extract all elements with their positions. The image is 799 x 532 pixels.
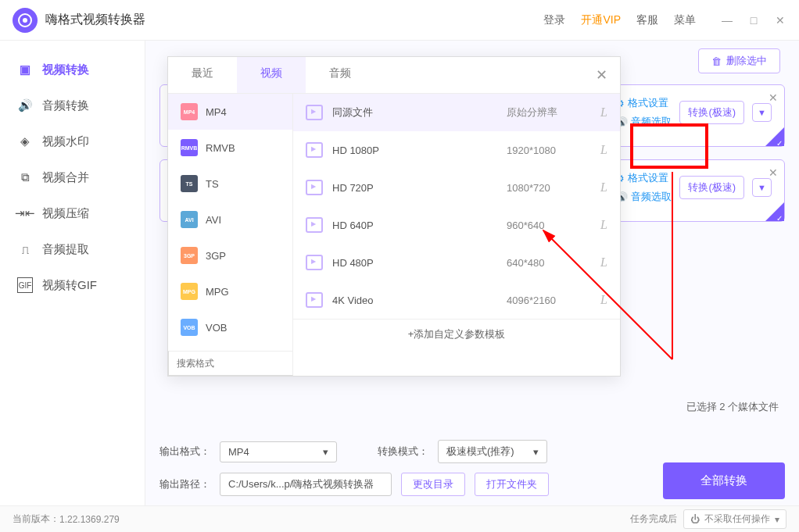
add-custom-template-button[interactable]: +添加自定义参数模板 <box>293 319 620 349</box>
sidebar-item-label: 视频压缩 <box>42 206 89 221</box>
sidebar-item-video-convert[interactable]: ▣ 视频转换 <box>0 52 145 87</box>
format-item-mpg[interactable]: MPGMPG <box>168 273 292 309</box>
resolution-item[interactable]: 4K Video4096*2160L <box>293 281 620 319</box>
open-folder-button[interactable]: 打开文件夹 <box>475 473 549 496</box>
audio-convert-icon: 🔊 <box>17 98 33 113</box>
tab-audio[interactable]: 音频 <box>306 57 374 93</box>
resolution-item[interactable]: 同源文件原始分辨率L <box>293 94 620 131</box>
service-link[interactable]: 客服 <box>636 13 658 27</box>
sidebar-item-audio-extract[interactable]: ⎍ 音频提取 <box>0 231 145 267</box>
chevron-down-icon: ▾ <box>323 446 328 458</box>
format-search-input[interactable] <box>168 351 293 376</box>
format-icon: 3GP <box>181 247 198 264</box>
vip-link[interactable]: 开通VIP <box>581 13 621 27</box>
format-item-mp4[interactable]: MP4MP4 <box>168 94 292 130</box>
edit-icon[interactable]: L <box>600 218 607 232</box>
chevron-down-icon: ▾ <box>533 446 539 458</box>
sidebar-item-label: 音频转换 <box>42 98 89 113</box>
format-icon: AVI <box>181 211 198 228</box>
statusbar: 当前版本： 1.22.1369.279 任务完成后 ⏻ 不采取任何操作 ▾ <box>0 505 799 532</box>
selected-check-icon <box>765 127 784 146</box>
audio-select-link[interactable]: 🔊 音频选取 <box>615 190 672 204</box>
resolution-item[interactable]: HD 720P1080*720L <box>293 169 620 206</box>
login-link[interactable]: 登录 <box>543 13 565 27</box>
modal-close-icon[interactable]: ✕ <box>583 57 620 93</box>
convert-button[interactable]: 转换(极速) <box>679 101 744 124</box>
convert-button[interactable]: 转换(极速) <box>679 176 744 199</box>
format-item-vob[interactable]: VOBVOB <box>168 309 292 345</box>
version-label: 当前版本： <box>13 512 59 526</box>
merge-icon: ⧉ <box>17 170 33 185</box>
format-icon: VOB <box>181 319 198 336</box>
format-item-ts[interactable]: TSTS <box>168 166 292 202</box>
titlebar: 嗨格式视频转换器 登录 开通VIP 客服 菜单 — □ ✕ <box>0 0 799 41</box>
compress-icon: ⇥⇤ <box>17 205 33 221</box>
output-format-label: 输出格式： <box>159 445 210 459</box>
convert-mode-select[interactable]: 极速模式(推荐) ▾ <box>438 440 547 463</box>
power-icon: ⏻ <box>690 514 700 525</box>
sidebar-item-label: 视频合并 <box>42 170 89 185</box>
resolution-item[interactable]: HD 640P960*640L <box>293 206 620 244</box>
sidebar-item-watermark[interactable]: ◈ 视频水印 <box>0 123 145 159</box>
audio-extract-icon: ⎍ <box>17 241 33 257</box>
format-modal: 最近 视频 音频 ✕ MP4MP4RMVBRMVBTSTSAVIAVI3GP3G… <box>167 56 621 377</box>
convert-dropdown-icon[interactable]: ▼ <box>752 103 772 122</box>
video-convert-icon: ▣ <box>17 62 33 77</box>
sidebar-item-label: 视频水印 <box>42 134 89 149</box>
output-format-select[interactable]: MP4 ▾ <box>220 441 337 462</box>
sidebar-item-compress[interactable]: ⇥⇤ 视频压缩 <box>0 195 145 231</box>
sidebar-item-audio-convert[interactable]: 🔊 音频转换 <box>0 87 145 123</box>
app-logo <box>13 8 38 33</box>
format-icon: MPG <box>181 283 198 300</box>
format-item-avi[interactable]: AVIAVI <box>168 202 292 237</box>
edit-icon[interactable]: L <box>600 143 607 157</box>
video-file-icon <box>306 105 323 120</box>
format-icon: TS <box>181 175 198 192</box>
tab-recent[interactable]: 最近 <box>168 57 237 93</box>
trash-icon: 🗑 <box>711 55 722 67</box>
format-settings-link[interactable]: ⚙ 格式设置 <box>615 171 672 185</box>
selected-count-label: 已选择 2 个媒体文件 <box>686 400 779 414</box>
video-file-icon <box>306 217 323 233</box>
selected-check-icon <box>765 202 784 221</box>
tab-video[interactable]: 视频 <box>237 57 306 93</box>
format-settings-link[interactable]: ⚙ 格式设置 <box>615 96 672 110</box>
format-item-3gp[interactable]: 3GP3GP <box>168 237 292 273</box>
format-icon: RMVB <box>181 139 198 156</box>
sidebar-item-label: 音频提取 <box>42 242 89 257</box>
audio-select-link[interactable]: 🔊 音频选取 <box>615 115 672 129</box>
convert-dropdown-icon[interactable]: ▼ <box>752 178 772 197</box>
change-dir-button[interactable]: 更改目录 <box>401 473 465 496</box>
resolution-item[interactable]: HD 1080P1920*1080L <box>293 131 620 169</box>
edit-icon[interactable]: L <box>600 105 607 120</box>
chevron-down-icon: ▾ <box>775 514 779 525</box>
minimize-icon[interactable]: — <box>721 14 733 27</box>
sidebar-item-to-gif[interactable]: GIF 视频转GIF <box>0 267 145 303</box>
version-value: 1.22.1369.279 <box>59 514 120 525</box>
output-path-label: 输出路径： <box>159 477 210 491</box>
convert-all-button[interactable]: 全部转换 <box>663 462 785 499</box>
resolution-item[interactable]: HD 480P640*480L <box>293 244 620 281</box>
sidebar: ▣ 视频转换 🔊 音频转换 ◈ 视频水印 ⧉ 视频合并 ⇥⇤ 视频压缩 ⎍ 音频… <box>0 41 145 505</box>
app-title: 嗨格式视频转换器 <box>45 12 145 28</box>
menu-link[interactable]: 菜单 <box>674 13 696 27</box>
video-file-icon <box>306 180 323 195</box>
format-icon: MP4 <box>181 103 198 120</box>
close-icon[interactable]: ✕ <box>774 14 786 27</box>
format-item-rmvb[interactable]: RMVBRMVB <box>168 130 292 166</box>
edit-icon[interactable]: L <box>600 255 607 270</box>
watermark-icon: ◈ <box>17 134 33 149</box>
sidebar-item-merge[interactable]: ⧉ 视频合并 <box>0 159 145 195</box>
video-file-icon <box>306 255 323 270</box>
edit-icon[interactable]: L <box>600 180 607 195</box>
resolution-list: 同源文件原始分辨率LHD 1080P1920*1080LHD 720P1080*… <box>293 94 620 351</box>
edit-icon[interactable]: L <box>600 293 607 307</box>
after-task-select[interactable]: ⏻ 不采取任何操作 ▾ <box>683 509 786 529</box>
video-file-icon <box>306 292 323 308</box>
sidebar-item-label: 视频转GIF <box>42 278 97 293</box>
maximize-icon[interactable]: □ <box>747 14 760 27</box>
format-list: MP4MP4RMVBRMVBTSTSAVIAVI3GP3GPMPGMPGVOBV… <box>168 94 293 351</box>
output-path-input[interactable]: C:/Users/k...p/嗨格式视频转换器 <box>220 473 392 496</box>
delete-selected-button[interactable]: 🗑 删除选中 <box>698 48 780 73</box>
sidebar-item-label: 视频转换 <box>42 62 89 77</box>
